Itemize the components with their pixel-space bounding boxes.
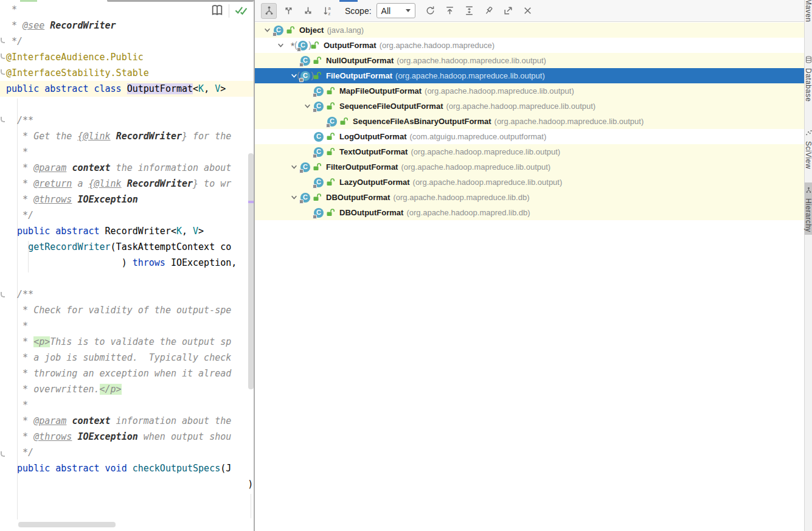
code-line: getRecordWriter(TaskAttemptContext co (6, 239, 254, 255)
code-editor[interactable]: * * @see RecordWriter */@InterfaceAudien… (0, 0, 254, 531)
fold-marker[interactable] (1, 292, 5, 297)
fold-marker[interactable] (1, 117, 5, 122)
fold-marker[interactable] (1, 54, 5, 59)
stripe-tab-maven[interactable]: Maven (805, 0, 812, 25)
pin-tab-button[interactable] (481, 3, 497, 19)
public-access-lock-icon (313, 193, 322, 202)
stripe-tab-database[interactable]: Database (805, 52, 812, 104)
code-line: * @throws IOException when output shou (6, 429, 254, 445)
divider (229, 4, 229, 18)
tree-row-mapfileoutputformat[interactable]: CMapFileOutputFormat(org.apache.hadoop.m… (255, 83, 804, 99)
code-line: * @param context information about the (6, 413, 254, 429)
collapse-all-button[interactable] (442, 3, 458, 19)
class-name: SequenceFileAsBinaryOutputFormat (353, 117, 491, 126)
chevron-down-icon[interactable] (274, 42, 287, 49)
code-line (6, 271, 254, 286)
subtypes-hierarchy-button[interactable] (300, 3, 316, 19)
inspections-ok-check-icon[interactable] (234, 3, 249, 19)
top-edge-artifact (20, 0, 37, 2)
code-line: * <p>This is to validate the output sp (6, 334, 254, 350)
chevron-down-icon (406, 9, 411, 12)
refresh-button[interactable] (423, 3, 439, 19)
class-name: Object (299, 26, 324, 35)
package-name: (org.apache.hadoop.mapreduce.lib.db) (393, 193, 529, 202)
fold-marker[interactable] (1, 69, 5, 75)
svg-text:z: z (328, 11, 330, 16)
supertypes-hierarchy-button[interactable] (280, 3, 296, 19)
sort-alphabetically-button[interactable]: az (319, 3, 335, 19)
class-icon: C (314, 147, 324, 157)
package-name: (org.apache.hadoop.mapreduce.lib.output) (401, 162, 550, 172)
code-line: * Get the {@link RecordWriter} for the (6, 128, 254, 144)
code-line: * throwing an exception when it alread (6, 366, 254, 381)
reader-mode-book-icon[interactable] (210, 3, 224, 19)
code-line: ) (6, 476, 254, 492)
class-icon: C (314, 132, 324, 142)
code-line: * (6, 144, 254, 160)
top-edge-artifact (339, 0, 358, 2)
package-name: (org.apache.hadoop.mapreduce.lib.output) (446, 102, 595, 111)
close-button[interactable] (520, 3, 536, 19)
class-name: FilterOutputFormat (326, 162, 398, 172)
package-name: (org.apache.hadoop.mapreduce.lib.output) (397, 56, 546, 65)
tree-row-lazyoutputformat[interactable]: CLazyOutputFormat(org.apache.hadoop.mapr… (255, 175, 804, 190)
hierarchy-tab-icon (805, 185, 812, 196)
class-name: NullOutputFormat (326, 56, 394, 65)
class-icon: C (300, 71, 310, 81)
tree-row-nulloutputformat[interactable]: CNullOutputFormat(org.apache.hadoop.mapr… (255, 53, 804, 68)
scope-dropdown[interactable]: All (377, 3, 415, 18)
code-line: * @see RecordWriter (6, 18, 254, 33)
tree-row-outputformat[interactable]: *COutputFormat(org.apache.hadoop.mapredu… (255, 38, 804, 53)
code-line: * (6, 397, 254, 413)
editor-vertical-scrollbar[interactable] (248, 153, 254, 389)
indent-guide (251, 494, 251, 518)
open-in-new-window-button[interactable] (501, 3, 516, 19)
tree-row-fileoutputformat[interactable]: CFileOutputFormat(org.apache.hadoop.mapr… (255, 68, 804, 83)
code-line: * @throws IOException (6, 192, 254, 207)
editor-status-icons (210, 3, 249, 19)
tree-row-sequencefileasbinaryoutputformat[interactable]: CSequenceFileAsBinaryOutputFormat(org.ap… (255, 114, 804, 129)
code-line: * overwritten.</p> (6, 381, 254, 397)
tree-row-filteroutputformat[interactable]: CFilterOutputFormat(org.apache.hadoop.ma… (255, 159, 804, 175)
tree-row-textoutputformat[interactable]: CTextOutputFormat(org.apache.hadoop.mapr… (255, 144, 804, 159)
chevron-down-icon[interactable] (260, 27, 274, 33)
editor-horizontal-scrollbar[interactable] (18, 522, 116, 527)
code-line: @InterfaceStability.Stable (6, 65, 254, 81)
package-name: (org.apache.hadoop.mapreduce) (380, 41, 494, 50)
code-line: */ (6, 445, 254, 460)
stripe-tab-label: SciView (804, 141, 812, 169)
package-name: (org.apache.hadoop.mapreduce.lib.output) (494, 117, 644, 126)
public-access-lock-icon (313, 71, 322, 80)
class-icon: C (298, 41, 308, 50)
class-name: LogOutputFormat (339, 132, 406, 141)
fold-marker[interactable] (1, 38, 5, 43)
class-name: SequenceFileOutputFormat (339, 102, 443, 111)
stripe-tab-label: Hierarchy (804, 198, 812, 232)
chevron-down-icon[interactable] (300, 103, 314, 109)
chevron-down-icon[interactable] (287, 194, 300, 201)
splitter[interactable] (254, 0, 255, 531)
package-name: (org.apache.hadoop.mapreduce.lib.output) (395, 71, 545, 80)
chevron-down-icon[interactable] (287, 164, 300, 170)
code-line: */ (6, 33, 254, 49)
stripe-tab-label: Database (804, 68, 812, 102)
scope-value: All (381, 6, 391, 16)
public-access-lock-icon (313, 56, 322, 65)
expand-collapse-button[interactable] (462, 3, 477, 19)
tree-row-object[interactable]: CObject(java.lang) (255, 23, 804, 38)
tree-row-dboutputformat[interactable]: CDBOutputFormat(org.apache.hadoop.mapred… (255, 205, 804, 220)
tree-row-logoutputformat[interactable]: CLogOutputFormat(com.atguigu.mapreduce.o… (255, 129, 804, 144)
tree-row-dboutputformat[interactable]: CDBOutputFormat(org.apache.hadoop.mapred… (255, 190, 804, 205)
public-access-lock-icon (286, 26, 295, 35)
class-hierarchy-button[interactable] (261, 3, 277, 19)
fold-marker[interactable] (1, 451, 5, 457)
class-name: FileOutputFormat (326, 71, 392, 80)
hierarchy-toolbar: az Scope: All (255, 0, 804, 22)
stripe-tab-sciview[interactable]: SciView (805, 125, 812, 172)
tree-row-sequencefileoutputformat[interactable]: CSequenceFileOutputFormat(org.apache.had… (255, 99, 804, 114)
tool-window-stripe: MavenDatabaseSciViewHierarchy (804, 0, 812, 531)
stripe-tab-hierarchy[interactable]: Hierarchy (805, 182, 812, 235)
ide-window: * * @see RecordWriter */@InterfaceAudien… (0, 0, 812, 531)
highlight-stripe-mark (248, 201, 254, 203)
public-access-lock-icon (326, 132, 335, 141)
